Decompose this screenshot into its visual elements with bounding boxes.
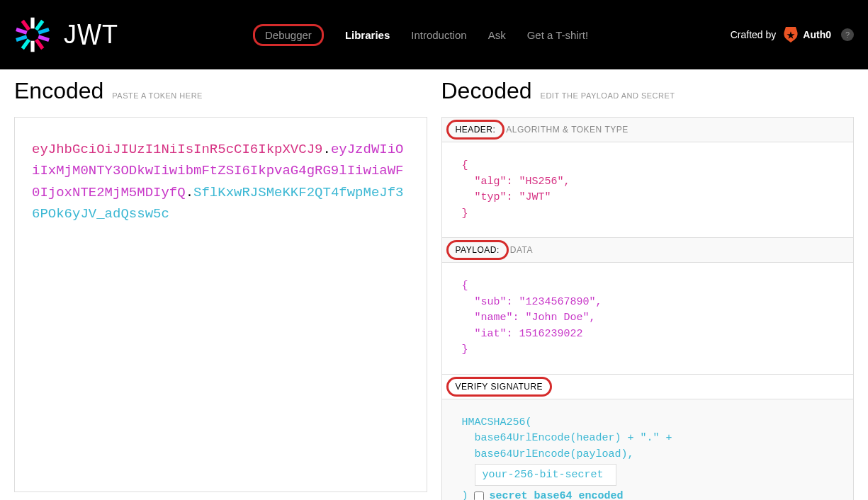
header-hint: ALGORITHM & TOKEN TYPE — [506, 125, 628, 135]
top-nav-bar: JWT Debugger Libraries Introduction Ask … — [0, 0, 868, 69]
decoded-panel: Decoded EDIT THE PAYLOAD AND SECRET HEAD… — [441, 78, 855, 500]
header-right: Crafted by Auth0 ? — [731, 27, 854, 42]
svg-rect-6 — [38, 35, 49, 42]
secret-input[interactable] — [475, 464, 616, 486]
svg-rect-7 — [16, 28, 27, 35]
decoded-title: Decoded — [441, 78, 532, 104]
decoded-subtitle: EDIT THE PAYLOAD AND SECRET — [541, 91, 675, 100]
encoded-panel: Encoded PASTE A TOKEN HERE eyJhbGciOiJIU… — [14, 78, 427, 500]
auth0-icon — [783, 27, 799, 42]
signature-label: VERIFY SIGNATURE — [446, 377, 553, 397]
main-nav: Debugger Libraries Introduction Ask Get … — [253, 24, 588, 46]
svg-rect-3 — [21, 38, 30, 50]
signature-section: VERIFY SIGNATURE HMACSHA256( base64UrlEn… — [441, 375, 855, 501]
header-section: HEADER: ALGORITHM & TOKEN TYPE { "alg": … — [441, 117, 855, 238]
sig-closing-paren: ) — [462, 489, 468, 500]
nav-libraries[interactable]: Libraries — [345, 29, 390, 41]
nav-introduction[interactable]: Introduction — [411, 29, 466, 41]
encoded-subtitle: PASTE A TOKEN HERE — [112, 91, 203, 100]
header-label: HEADER: — [446, 120, 505, 140]
encoded-title-row: Encoded PASTE A TOKEN HERE — [14, 78, 427, 104]
decoded-title-row: Decoded EDIT THE PAYLOAD AND SECRET — [441, 78, 855, 104]
base64-checkbox[interactable] — [474, 492, 484, 500]
crafted-by-label: Crafted by — [731, 29, 777, 40]
header-section-header: HEADER: ALGORITHM & TOKEN TYPE — [442, 118, 854, 142]
nav-tshirt[interactable]: Get a T-shirt! — [527, 29, 588, 41]
decoded-sections: HEADER: ALGORITHM & TOKEN TYPE { "alg": … — [441, 117, 855, 500]
svg-rect-5 — [16, 35, 27, 42]
sig-closing-line: ) secret base64 encoded — [462, 489, 834, 500]
sig-line3: base64UrlEncode(payload), — [462, 447, 834, 463]
auth0-text: Auth0 — [803, 29, 831, 40]
main-content: Encoded PASTE A TOKEN HERE eyJhbGciOiJIU… — [0, 69, 868, 500]
nav-ask[interactable]: Ask — [488, 29, 506, 41]
sig-line1: HMACSHA256( — [462, 415, 834, 431]
token-header-part: eyJhbGciOiJIUzI1NiIsInR5cCI6IkpXVCJ9 — [32, 142, 322, 157]
svg-rect-4 — [38, 28, 49, 35]
encoded-title: Encoded — [14, 78, 103, 104]
logo-section: JWT — [14, 16, 118, 53]
help-icon[interactable]: ? — [841, 28, 854, 41]
jwt-logo-icon[interactable] — [14, 16, 51, 53]
payload-hint: DATA — [510, 245, 533, 255]
logo-text: JWT — [64, 20, 118, 50]
svg-rect-0 — [30, 18, 34, 29]
encoded-token-input[interactable]: eyJhbGciOiJIUzI1NiIsInR5cCI6IkpXVCJ9.eyJ… — [14, 117, 427, 492]
auth0-link[interactable]: Auth0 — [783, 27, 831, 42]
header-json-editor[interactable]: { "alg": "HS256", "typ": "JWT" } — [442, 142, 854, 237]
signature-body: HMACSHA256( base64UrlEncode(header) + ".… — [442, 399, 854, 501]
sig-line2: base64UrlEncode(header) + "." + — [462, 431, 834, 447]
payload-json-editor[interactable]: { "sub": "1234567890", "name": "John Doe… — [442, 263, 854, 374]
payload-section: PAYLOAD: DATA { "sub": "1234567890", "na… — [441, 238, 855, 375]
base64-checkbox-label: secret base64 encoded — [490, 489, 624, 500]
token-text: eyJhbGciOiJIUzI1NiIsInR5cCI6IkpXVCJ9.eyJ… — [32, 139, 410, 225]
payload-label: PAYLOAD: — [446, 240, 509, 260]
svg-rect-2 — [35, 20, 44, 31]
svg-rect-9 — [21, 20, 30, 31]
svg-rect-1 — [30, 41, 34, 52]
payload-section-header: PAYLOAD: DATA — [442, 238, 854, 263]
nav-debugger[interactable]: Debugger — [253, 24, 324, 46]
svg-rect-8 — [35, 38, 44, 50]
signature-section-header: VERIFY SIGNATURE — [442, 375, 854, 399]
